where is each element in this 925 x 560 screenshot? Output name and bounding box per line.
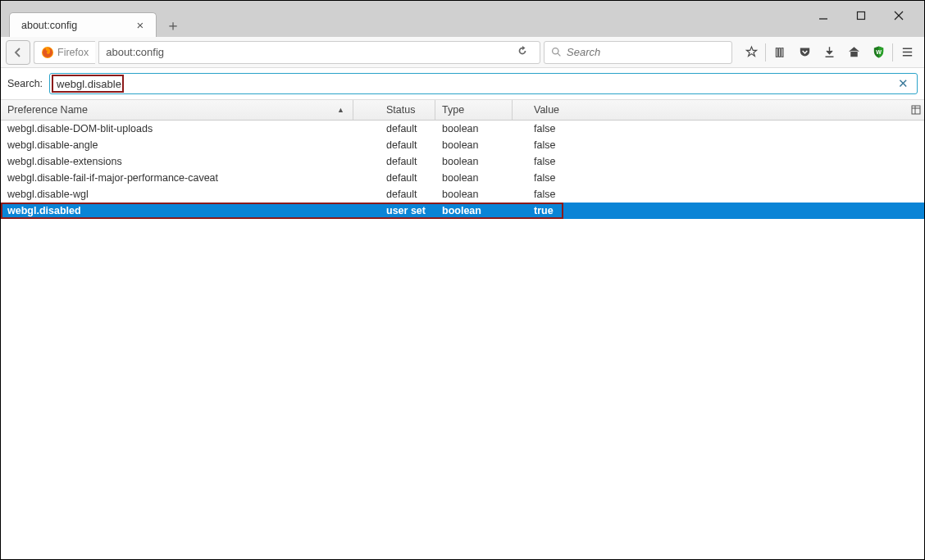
nav-search-input[interactable]	[567, 46, 725, 58]
pref-value: false	[513, 139, 924, 151]
pref-value: false	[513, 172, 924, 184]
config-search-label: Search:	[7, 78, 43, 89]
pref-status: user set	[353, 205, 435, 216]
svg-text:W: W	[876, 49, 882, 56]
firefox-icon	[41, 46, 54, 59]
svg-rect-14	[912, 106, 920, 114]
pref-value: false	[513, 156, 924, 167]
col-header-value-label: Value	[534, 104, 559, 116]
pref-row[interactable]: webgl.disable-fail-if-major-performance-…	[1, 170, 924, 186]
bookmark-star-icon[interactable]	[739, 40, 763, 65]
col-header-value[interactable]: Value	[513, 100, 908, 120]
toolbar-separator	[892, 43, 893, 61]
menu-icon[interactable]	[895, 40, 919, 65]
col-header-status-label: Status	[386, 104, 415, 116]
back-button[interactable]	[6, 40, 30, 65]
new-tab-button[interactable]: ＋	[162, 14, 185, 37]
col-header-type-label: Type	[442, 104, 464, 116]
clear-search-icon[interactable]: ✕	[896, 76, 910, 91]
column-picker-icon[interactable]	[908, 100, 924, 120]
pref-status: default	[353, 139, 435, 151]
pref-name: webgl.disabled	[1, 205, 353, 216]
col-header-name-label: Preference Name	[7, 104, 88, 116]
search-icon	[551, 47, 562, 57]
pref-type: boolean	[435, 156, 513, 167]
pref-row[interactable]: webgl.disable-wgl default boolean false	[1, 186, 924, 203]
svg-rect-1	[858, 12, 865, 20]
pref-status: default	[353, 172, 435, 184]
pref-name: webgl.disable-fail-if-major-performance-…	[1, 172, 353, 184]
toolbar-icons: W	[739, 40, 919, 65]
config-search-box[interactable]: ✕	[49, 73, 918, 94]
pref-value: true	[513, 205, 924, 216]
pref-row[interactable]: webgl.disable-DOM-blit-uploads default b…	[1, 121, 924, 137]
pref-status: default	[353, 189, 435, 200]
browser-tab[interactable]: about:config ×	[9, 12, 157, 37]
tab-title: about:config	[21, 20, 125, 31]
pref-name: webgl.disable-wgl	[1, 189, 353, 200]
pref-type: boolean	[435, 189, 513, 200]
pref-type: boolean	[435, 205, 513, 216]
pref-type: boolean	[435, 123, 513, 134]
urlbar[interactable]	[98, 41, 540, 64]
close-tab-icon[interactable]: ×	[133, 18, 148, 33]
pref-status: default	[353, 123, 435, 134]
library-icon[interactable]	[768, 40, 792, 65]
col-header-type[interactable]: Type	[435, 100, 513, 120]
svg-rect-7	[776, 48, 777, 57]
close-window-button[interactable]	[880, 4, 918, 27]
svg-point-5	[553, 48, 558, 54]
svg-rect-9	[781, 48, 783, 57]
pref-name: webgl.disable-extensions	[1, 156, 353, 167]
sort-asc-icon: ▲	[337, 106, 344, 114]
window-controls	[804, 4, 918, 27]
svg-line-6	[558, 53, 560, 56]
maximize-button[interactable]	[842, 4, 880, 27]
nav-searchbar[interactable]	[544, 41, 732, 64]
pref-type: boolean	[435, 172, 513, 184]
config-search-input[interactable]	[57, 78, 896, 90]
pref-row[interactable]: webgl.disable-angle default boolean fals…	[1, 137, 924, 153]
downloads-icon[interactable]	[817, 40, 841, 65]
pref-value: false	[513, 123, 924, 134]
navbar: Firefox W	[1, 37, 924, 68]
url-input[interactable]	[106, 46, 512, 58]
minimize-button[interactable]	[804, 4, 842, 27]
pref-status: default	[353, 156, 435, 167]
pref-value: false	[513, 189, 924, 200]
pocket-icon[interactable]	[792, 40, 817, 65]
pref-row[interactable]: webgl.disable-extensions default boolean…	[1, 153, 924, 170]
identity-label: Firefox	[57, 47, 89, 58]
identity-box[interactable]: Firefox	[34, 41, 95, 64]
home-icon[interactable]	[841, 40, 866, 65]
pref-name: webgl.disable-DOM-blit-uploads	[1, 123, 353, 134]
col-header-status[interactable]: Status	[353, 100, 435, 120]
titlebar: about:config × ＋	[1, 1, 924, 37]
pref-type: boolean	[435, 139, 513, 151]
toolbar-separator	[765, 43, 766, 61]
config-search-row: Search: ✕	[1, 68, 924, 99]
shield-addon-icon[interactable]: W	[866, 40, 891, 65]
pref-table-header: Preference Name ▲ Status Type Value	[1, 99, 924, 121]
pref-table-body: webgl.disable-DOM-blit-uploads default b…	[1, 121, 924, 219]
col-header-name[interactable]: Preference Name ▲	[1, 100, 353, 120]
pref-row-selected[interactable]: webgl.disabled user set boolean true	[1, 203, 924, 219]
reload-icon[interactable]	[512, 45, 533, 59]
tabs-row: about:config × ＋	[1, 1, 185, 37]
pref-name: webgl.disable-angle	[1, 139, 353, 151]
svg-rect-8	[779, 48, 781, 57]
